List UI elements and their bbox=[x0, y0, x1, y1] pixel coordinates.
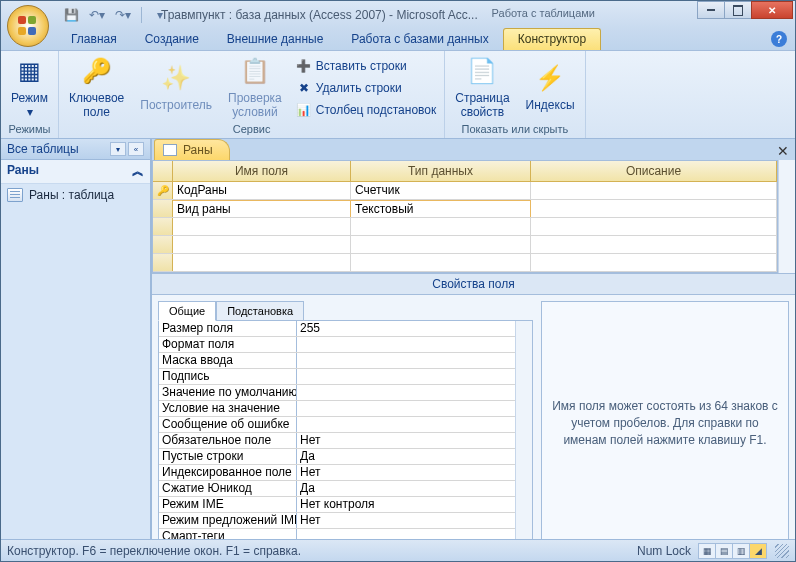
datasheet-view-button[interactable]: ▦ bbox=[698, 543, 716, 559]
property-value[interactable] bbox=[297, 417, 532, 432]
tab-lookup[interactable]: Подстановка bbox=[216, 301, 304, 320]
tab-general[interactable]: Общие bbox=[158, 301, 216, 321]
numlock-indicator: Num Lock bbox=[637, 544, 691, 558]
property-value[interactable]: 255 bbox=[297, 321, 532, 336]
property-row[interactable]: Сжатие ЮникодДа bbox=[159, 481, 532, 497]
tab-create[interactable]: Создание bbox=[131, 29, 213, 50]
window-title: Травмпункт : база данных (Access 2007) -… bbox=[161, 8, 478, 22]
property-row[interactable]: Режим предложений IMEНет bbox=[159, 513, 532, 529]
nav-header[interactable]: Все таблицы ▾ « bbox=[1, 139, 150, 160]
property-value[interactable] bbox=[297, 337, 532, 352]
ribbon: ▦ Режим ▾ Режимы 🔑 Ключевое поле ✨ Постр… bbox=[1, 51, 795, 139]
row-selector[interactable] bbox=[153, 200, 173, 217]
field-properties: Общие Подстановка Размер поля255Формат п… bbox=[152, 295, 795, 552]
nav-item-table[interactable]: Раны : таблица bbox=[1, 184, 150, 206]
delete-rows-button[interactable]: ✖Удалить строки bbox=[292, 78, 440, 98]
design-view: Раны ✕ Имя поля Тип данных Описание 🔑 Ко… bbox=[151, 139, 795, 539]
property-row[interactable]: Индексированное полеНет bbox=[159, 465, 532, 481]
primary-key-button[interactable]: 🔑 Ключевое поле bbox=[63, 54, 130, 122]
row-selector-header[interactable] bbox=[153, 161, 173, 181]
status-text: Конструктор. F6 = переключение окон. F1 … bbox=[7, 544, 301, 558]
property-row[interactable]: Значение по умолчанию bbox=[159, 385, 532, 401]
table-row[interactable] bbox=[153, 254, 777, 272]
tab-external[interactable]: Внешние данные bbox=[213, 29, 338, 50]
check-icon: 📋 bbox=[239, 56, 271, 88]
row-selector[interactable] bbox=[153, 254, 173, 271]
property-value[interactable]: Нет контроля bbox=[297, 497, 532, 512]
table-row[interactable] bbox=[153, 218, 777, 236]
ribbon-group-showhide: 📄 Страница свойств ⚡ Индексы Показать ил… bbox=[445, 51, 585, 138]
resize-grip[interactable] bbox=[775, 544, 789, 558]
key-icon[interactable]: 🔑 bbox=[153, 182, 173, 199]
table-row[interactable]: Вид раны Текстовый bbox=[153, 200, 777, 218]
col-field-name[interactable]: Имя поля bbox=[173, 161, 351, 181]
lookup-column-button[interactable]: 📊Столбец подстановок bbox=[292, 100, 440, 120]
pivot-table-view-button[interactable]: ▤ bbox=[715, 543, 733, 559]
builder-button[interactable]: ✨ Построитель bbox=[134, 61, 218, 114]
property-row[interactable]: Режим IMEНет контроля bbox=[159, 497, 532, 513]
navigation-pane: Все таблицы ▾ « Раны ︽ Раны : таблица bbox=[1, 139, 151, 539]
property-row[interactable]: Формат поля bbox=[159, 337, 532, 353]
table-row[interactable]: 🔑 КодРаны Счетчик bbox=[153, 182, 777, 200]
close-tab-icon[interactable]: ✕ bbox=[777, 143, 789, 159]
ribbon-tabs: Главная Создание Внешние данные Работа с… bbox=[1, 29, 795, 51]
property-row[interactable]: Маска ввода bbox=[159, 353, 532, 369]
col-description[interactable]: Описание bbox=[531, 161, 777, 181]
vertical-scrollbar[interactable] bbox=[515, 321, 532, 545]
property-value[interactable] bbox=[297, 401, 532, 416]
save-icon[interactable]: 💾 bbox=[61, 5, 81, 25]
close-button[interactable]: ✕ bbox=[751, 1, 793, 19]
property-value[interactable] bbox=[297, 385, 532, 400]
view-button[interactable]: ▦ Режим ▾ bbox=[5, 54, 54, 122]
indexes-button[interactable]: ⚡ Индексы bbox=[520, 61, 581, 114]
office-button[interactable] bbox=[7, 5, 49, 47]
nav-dropdown-icon[interactable]: ▾ bbox=[110, 142, 126, 156]
chevron-up-icon: ︽ bbox=[132, 163, 144, 180]
property-sheet-button[interactable]: 📄 Страница свойств bbox=[449, 54, 515, 122]
property-row[interactable]: Подпись bbox=[159, 369, 532, 385]
property-value[interactable]: Нет bbox=[297, 433, 532, 448]
table-icon bbox=[163, 144, 177, 156]
quick-access-toolbar: 💾 ↶▾ ↷▾ ▾ bbox=[61, 5, 170, 25]
property-value[interactable]: Нет bbox=[297, 513, 532, 528]
row-selector[interactable] bbox=[153, 236, 173, 253]
property-value[interactable] bbox=[297, 353, 532, 368]
minimize-button[interactable] bbox=[697, 1, 725, 19]
doc-tab-rany[interactable]: Раны bbox=[154, 139, 230, 160]
redo-icon[interactable]: ↷▾ bbox=[113, 5, 133, 25]
main-area: Все таблицы ▾ « Раны ︽ Раны : таблица Ра… bbox=[1, 139, 795, 539]
property-value[interactable]: Да bbox=[297, 449, 532, 464]
table-row[interactable] bbox=[153, 236, 777, 254]
property-row[interactable]: Пустые строкиДа bbox=[159, 449, 532, 465]
nav-group-header[interactable]: Раны ︽ bbox=[1, 160, 150, 184]
lookup-icon: 📊 bbox=[296, 102, 312, 118]
property-row[interactable]: Сообщение об ошибке bbox=[159, 417, 532, 433]
tab-design[interactable]: Конструктор bbox=[503, 28, 601, 50]
property-row[interactable]: Размер поля255 bbox=[159, 321, 532, 337]
property-value[interactable]: Нет bbox=[297, 465, 532, 480]
insert-rows-button[interactable]: ➕Вставить строки bbox=[292, 56, 440, 76]
maximize-button[interactable] bbox=[724, 1, 752, 19]
help-panel: Имя поля может состоять из 64 знаков с у… bbox=[541, 301, 789, 546]
design-view-button[interactable]: ◢ bbox=[749, 543, 767, 559]
wand-icon: ✨ bbox=[160, 63, 192, 95]
tab-home[interactable]: Главная bbox=[57, 29, 131, 50]
tab-database[interactable]: Работа с базами данных bbox=[337, 29, 502, 50]
help-icon[interactable]: ? bbox=[771, 31, 787, 47]
property-row[interactable]: Условие на значение bbox=[159, 401, 532, 417]
property-value[interactable] bbox=[297, 369, 532, 384]
property-value[interactable]: Да bbox=[297, 481, 532, 496]
row-selector[interactable] bbox=[153, 218, 173, 235]
undo-icon[interactable]: ↶▾ bbox=[87, 5, 107, 25]
pivot-chart-view-button[interactable]: ▥ bbox=[732, 543, 750, 559]
table-icon bbox=[7, 188, 23, 202]
nav-collapse-icon[interactable]: « bbox=[128, 142, 144, 156]
col-data-type[interactable]: Тип данных bbox=[351, 161, 531, 181]
vertical-scrollbar[interactable] bbox=[778, 160, 795, 273]
test-rules-button[interactable]: 📋 Проверка условий bbox=[222, 54, 288, 122]
property-row[interactable]: Обязательное полеНет bbox=[159, 433, 532, 449]
property-name: Условие на значение bbox=[159, 401, 297, 416]
field-properties-header: Свойства поля bbox=[152, 273, 795, 295]
properties-icon: 📄 bbox=[466, 56, 498, 88]
ribbon-group-tools: 🔑 Ключевое поле ✨ Построитель 📋 Проверка… bbox=[59, 51, 445, 138]
